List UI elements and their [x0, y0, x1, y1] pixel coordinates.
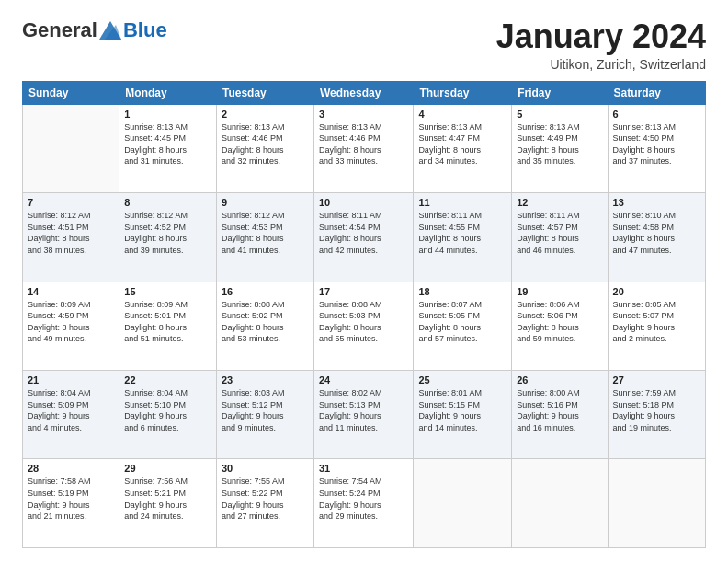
day-number: 25	[418, 374, 506, 385]
day-info: Sunrise: 7:59 AM Sunset: 5:18 PM Dayligh…	[613, 387, 700, 433]
page: General Blue January 2024 Uitikon, Zuric…	[0, 0, 728, 563]
calendar-cell: 8Sunrise: 8:12 AM Sunset: 4:52 PM Daylig…	[119, 193, 217, 282]
day-info: Sunrise: 7:55 AM Sunset: 5:22 PM Dayligh…	[222, 476, 309, 522]
day-number: 21	[28, 374, 114, 385]
calendar-cell: 14Sunrise: 8:09 AM Sunset: 4:59 PM Dayli…	[23, 282, 119, 370]
day-number: 18	[418, 286, 506, 297]
calendar-cell: 16Sunrise: 8:08 AM Sunset: 5:02 PM Dayli…	[216, 282, 313, 370]
day-number: 7	[28, 197, 114, 208]
day-info: Sunrise: 8:09 AM Sunset: 5:01 PM Dayligh…	[124, 299, 211, 345]
day-number: 31	[319, 463, 408, 474]
calendar-cell: 21Sunrise: 8:04 AM Sunset: 5:09 PM Dayli…	[23, 371, 119, 459]
day-info: Sunrise: 8:12 AM Sunset: 4:52 PM Dayligh…	[124, 210, 211, 256]
day-number: 3	[319, 109, 408, 120]
col-monday: Monday	[119, 81, 217, 104]
day-info: Sunrise: 8:03 AM Sunset: 5:12 PM Dayligh…	[222, 387, 309, 433]
day-number: 29	[124, 463, 211, 474]
day-info: Sunrise: 8:13 AM Sunset: 4:49 PM Dayligh…	[517, 121, 602, 167]
calendar-cell: 12Sunrise: 8:11 AM Sunset: 4:57 PM Dayli…	[512, 193, 608, 282]
calendar-cell: 4Sunrise: 8:13 AM Sunset: 4:47 PM Daylig…	[414, 104, 512, 192]
day-info: Sunrise: 8:07 AM Sunset: 5:05 PM Dayligh…	[418, 299, 506, 345]
day-number: 22	[124, 374, 211, 385]
day-number: 13	[613, 197, 700, 208]
calendar-cell: 2Sunrise: 8:13 AM Sunset: 4:46 PM Daylig…	[216, 104, 313, 192]
day-info: Sunrise: 8:08 AM Sunset: 5:03 PM Dayligh…	[319, 299, 408, 345]
logo-general: General	[22, 18, 97, 42]
calendar-cell: 26Sunrise: 8:00 AM Sunset: 5:16 PM Dayli…	[512, 371, 608, 459]
calendar-cell: 19Sunrise: 8:06 AM Sunset: 5:06 PM Dayli…	[512, 282, 608, 370]
logo-icon	[99, 21, 121, 40]
day-number: 23	[222, 374, 309, 385]
calendar-cell: 22Sunrise: 8:04 AM Sunset: 5:10 PM Dayli…	[119, 371, 217, 459]
day-info: Sunrise: 7:58 AM Sunset: 5:19 PM Dayligh…	[28, 476, 114, 522]
calendar-cell: 9Sunrise: 8:12 AM Sunset: 4:53 PM Daylig…	[216, 193, 313, 282]
calendar-cell: 3Sunrise: 8:13 AM Sunset: 4:46 PM Daylig…	[313, 104, 413, 192]
day-info: Sunrise: 8:11 AM Sunset: 4:55 PM Dayligh…	[418, 210, 506, 256]
calendar-week-row: 7Sunrise: 8:12 AM Sunset: 4:51 PM Daylig…	[23, 193, 706, 282]
day-info: Sunrise: 8:08 AM Sunset: 5:02 PM Dayligh…	[222, 299, 309, 345]
calendar-cell	[414, 459, 512, 548]
title-block: January 2024 Uitikon, Zurich, Switzerlan…	[496, 18, 706, 72]
day-info: Sunrise: 8:11 AM Sunset: 4:54 PM Dayligh…	[319, 210, 408, 256]
day-number: 16	[222, 286, 309, 297]
calendar-cell: 1Sunrise: 8:13 AM Sunset: 4:45 PM Daylig…	[119, 104, 217, 192]
day-info: Sunrise: 8:13 AM Sunset: 4:47 PM Dayligh…	[418, 121, 506, 167]
col-friday: Friday	[512, 81, 608, 104]
calendar-week-row: 21Sunrise: 8:04 AM Sunset: 5:09 PM Dayli…	[23, 371, 706, 459]
day-number: 11	[418, 197, 506, 208]
day-number: 26	[517, 374, 602, 385]
calendar-cell: 27Sunrise: 7:59 AM Sunset: 5:18 PM Dayli…	[608, 371, 705, 459]
col-wednesday: Wednesday	[313, 81, 413, 104]
day-info: Sunrise: 8:12 AM Sunset: 4:53 PM Dayligh…	[222, 210, 309, 256]
day-info: Sunrise: 7:54 AM Sunset: 5:24 PM Dayligh…	[319, 476, 408, 522]
calendar-table: Sunday Monday Tuesday Wednesday Thursday…	[22, 81, 706, 548]
day-info: Sunrise: 8:12 AM Sunset: 4:51 PM Dayligh…	[28, 210, 114, 256]
day-info: Sunrise: 8:13 AM Sunset: 4:46 PM Dayligh…	[319, 121, 408, 167]
day-number: 30	[222, 463, 309, 474]
day-info: Sunrise: 8:13 AM Sunset: 4:45 PM Dayligh…	[124, 121, 211, 167]
day-info: Sunrise: 8:13 AM Sunset: 4:50 PM Dayligh…	[613, 121, 700, 167]
day-number: 19	[517, 286, 602, 297]
day-number: 20	[613, 286, 700, 297]
calendar-cell: 17Sunrise: 8:08 AM Sunset: 5:03 PM Dayli…	[313, 282, 413, 370]
calendar-week-row: 14Sunrise: 8:09 AM Sunset: 4:59 PM Dayli…	[23, 282, 706, 370]
day-number: 27	[613, 374, 700, 385]
calendar-cell	[23, 104, 119, 192]
day-info: Sunrise: 8:04 AM Sunset: 5:10 PM Dayligh…	[124, 387, 211, 433]
calendar-cell: 20Sunrise: 8:05 AM Sunset: 5:07 PM Dayli…	[608, 282, 705, 370]
day-info: Sunrise: 8:05 AM Sunset: 5:07 PM Dayligh…	[613, 299, 700, 345]
day-number: 17	[319, 286, 408, 297]
month-title: January 2024	[496, 18, 706, 55]
calendar-cell: 31Sunrise: 7:54 AM Sunset: 5:24 PM Dayli…	[313, 459, 413, 548]
day-info: Sunrise: 8:13 AM Sunset: 4:46 PM Dayligh…	[222, 121, 309, 167]
calendar-cell: 23Sunrise: 8:03 AM Sunset: 5:12 PM Dayli…	[216, 371, 313, 459]
day-info: Sunrise: 8:00 AM Sunset: 5:16 PM Dayligh…	[517, 387, 602, 433]
day-number: 8	[124, 197, 211, 208]
calendar-week-row: 28Sunrise: 7:58 AM Sunset: 5:19 PM Dayli…	[23, 459, 706, 548]
col-tuesday: Tuesday	[216, 81, 313, 104]
day-info: Sunrise: 8:06 AM Sunset: 5:06 PM Dayligh…	[517, 299, 602, 345]
calendar-cell: 15Sunrise: 8:09 AM Sunset: 5:01 PM Dayli…	[119, 282, 217, 370]
day-number: 6	[613, 109, 700, 120]
calendar-cell: 30Sunrise: 7:55 AM Sunset: 5:22 PM Dayli…	[216, 459, 313, 548]
calendar-cell: 18Sunrise: 8:07 AM Sunset: 5:05 PM Dayli…	[414, 282, 512, 370]
day-number: 28	[28, 463, 114, 474]
day-number: 1	[124, 109, 211, 120]
calendar-header-row: Sunday Monday Tuesday Wednesday Thursday…	[23, 81, 706, 104]
calendar-cell	[512, 459, 608, 548]
logo-text: General Blue	[22, 18, 167, 42]
day-number: 24	[319, 374, 408, 385]
calendar-cell: 25Sunrise: 8:01 AM Sunset: 5:15 PM Dayli…	[414, 371, 512, 459]
header: General Blue January 2024 Uitikon, Zuric…	[22, 18, 706, 72]
day-number: 5	[517, 109, 602, 120]
day-number: 15	[124, 286, 211, 297]
day-info: Sunrise: 8:04 AM Sunset: 5:09 PM Dayligh…	[28, 387, 114, 433]
day-number: 10	[319, 197, 408, 208]
calendar-cell	[608, 459, 705, 548]
day-number: 12	[517, 197, 602, 208]
calendar-cell: 24Sunrise: 8:02 AM Sunset: 5:13 PM Dayli…	[313, 371, 413, 459]
col-sunday: Sunday	[23, 81, 119, 104]
calendar-cell: 10Sunrise: 8:11 AM Sunset: 4:54 PM Dayli…	[313, 193, 413, 282]
day-number: 2	[222, 109, 309, 120]
day-info: Sunrise: 7:56 AM Sunset: 5:21 PM Dayligh…	[124, 476, 211, 522]
